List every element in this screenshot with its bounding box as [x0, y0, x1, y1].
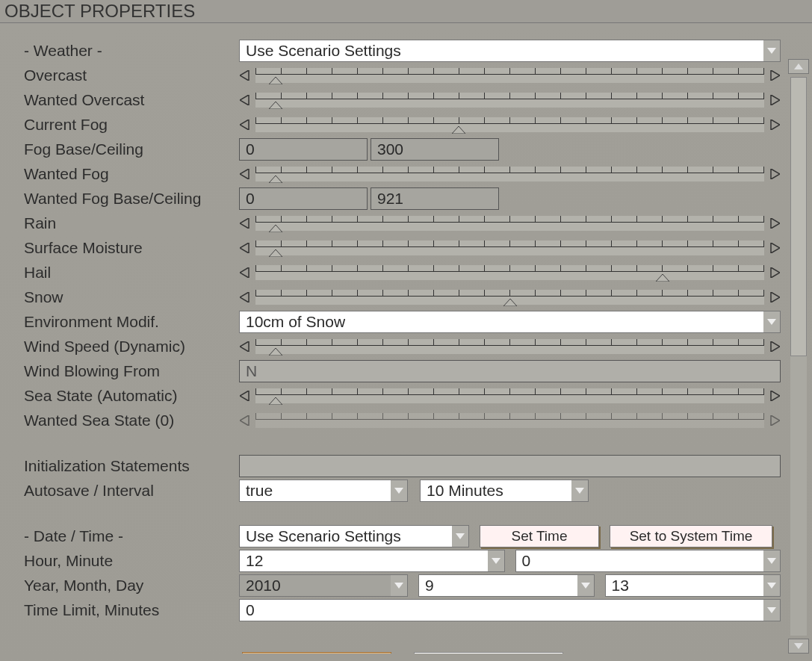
slider-track[interactable] — [255, 290, 764, 305]
wanted-fog-slider[interactable] — [239, 163, 781, 185]
partial-button-1[interactable] — [242, 652, 391, 654]
slider-nudge-left-icon[interactable] — [239, 241, 251, 255]
slider-nudge-right-icon[interactable] — [769, 414, 781, 427]
slider-thumb[interactable] — [452, 126, 465, 134]
slider-nudge-left-icon[interactable] — [239, 389, 251, 403]
svg-marker-3 — [771, 70, 780, 81]
slider-track[interactable] — [255, 240, 764, 255]
wind-from-label: Wind Blowing From — [24, 362, 239, 380]
wind-speed-slider[interactable] — [239, 335, 781, 358]
vertical-scrollbar[interactable] — [787, 59, 811, 654]
weather-header: - Weather - — [24, 42, 239, 60]
scroll-up-button[interactable] — [788, 59, 809, 74]
fog-base-input[interactable]: 0 — [239, 138, 368, 161]
wanted-fog-ceiling-input[interactable]: 921 — [371, 187, 499, 210]
scroll-area: - Weather - Use Scenario Settings Overca… — [24, 38, 781, 654]
slider-nudge-right-icon[interactable] — [769, 389, 781, 403]
slider-thumb[interactable] — [269, 249, 282, 257]
datetime-preset-dropdown[interactable]: Use Scenario Settings — [239, 525, 469, 547]
svg-marker-12 — [771, 169, 780, 179]
minute-dropdown[interactable]: 0 — [515, 550, 781, 572]
slider-thumb[interactable] — [656, 274, 669, 282]
overcast-slider[interactable] — [239, 64, 781, 87]
init-statements-input[interactable] — [239, 455, 781, 477]
slider-nudge-right-icon[interactable] — [769, 241, 781, 255]
chevron-down-icon — [391, 575, 407, 596]
slider-nudge-right-icon[interactable] — [769, 340, 781, 353]
slider-thumb[interactable] — [269, 348, 282, 356]
set-system-time-button[interactable]: Set to System Time — [610, 525, 772, 547]
slider-nudge-right-icon[interactable] — [769, 291, 781, 304]
slider-nudge-left-icon[interactable] — [239, 340, 251, 353]
slider-track[interactable] — [255, 339, 764, 354]
day-dropdown[interactable]: 13 — [605, 574, 781, 597]
slider-track[interactable] — [255, 167, 764, 181]
year-dropdown[interactable]: 2010 — [239, 574, 408, 597]
svg-marker-7 — [240, 120, 249, 130]
svg-marker-24 — [771, 292, 780, 302]
time-limit-value: 0 — [246, 601, 255, 619]
env-modif-dropdown[interactable]: 10cm of Snow — [239, 311, 781, 333]
slider-nudge-left-icon[interactable] — [239, 93, 251, 107]
fog-ceiling-input[interactable]: 300 — [371, 138, 499, 161]
hour-dropdown[interactable]: 12 — [239, 550, 505, 572]
ymd-label: Year, Month, Day — [24, 577, 239, 595]
slider-nudge-left-icon[interactable] — [239, 217, 251, 230]
slider-nudge-right-icon[interactable] — [769, 93, 781, 107]
hail-slider[interactable] — [239, 261, 781, 284]
svg-marker-0 — [767, 48, 776, 54]
slider-thumb[interactable] — [269, 176, 282, 183]
env-modif-value: 10cm of Snow — [246, 313, 345, 331]
wanted-fog-base-input[interactable]: 0 — [239, 187, 368, 210]
chevron-down-icon — [488, 550, 504, 571]
slider-track[interactable] — [255, 68, 764, 83]
slider-thumb[interactable] — [269, 225, 282, 232]
slider-thumb[interactable] — [269, 102, 282, 109]
autosave-dropdown[interactable]: true — [239, 480, 408, 502]
sea-state-slider[interactable] — [239, 385, 781, 407]
surface-moisture-slider[interactable] — [239, 237, 781, 259]
slider-nudge-left-icon[interactable] — [239, 118, 251, 131]
slider-thumb[interactable] — [269, 397, 282, 405]
interval-dropdown[interactable]: 10 Minutes — [420, 480, 589, 502]
slider-track[interactable] — [255, 265, 764, 280]
slider-track[interactable] — [255, 216, 764, 231]
slider-track[interactable] — [255, 413, 764, 428]
slider-thumb[interactable] — [503, 299, 517, 306]
slider-nudge-right-icon[interactable] — [769, 118, 781, 131]
slider-nudge-right-icon[interactable] — [769, 217, 781, 230]
rain-slider[interactable] — [239, 212, 781, 235]
slider-nudge-left-icon[interactable] — [239, 266, 251, 279]
wind-from-input[interactable]: N — [239, 360, 781, 382]
month-dropdown[interactable]: 9 — [418, 574, 595, 597]
svg-marker-28 — [771, 341, 780, 352]
slider-nudge-right-icon[interactable] — [769, 69, 781, 82]
partial-button-2[interactable] — [414, 652, 563, 654]
chevron-down-icon — [571, 480, 588, 501]
wanted-fog-base-ceiling-label: Wanted Fog Base/Ceiling — [24, 190, 239, 208]
slider-thumb[interactable] — [269, 77, 282, 84]
current-fog-slider[interactable] — [239, 114, 781, 136]
time-limit-dropdown[interactable]: 0 — [239, 599, 781, 621]
slider-nudge-left-icon[interactable] — [239, 167, 251, 181]
svg-marker-19 — [240, 267, 249, 278]
svg-marker-14 — [269, 225, 282, 232]
snow-slider[interactable] — [239, 286, 781, 308]
wanted-overcast-slider[interactable] — [239, 89, 781, 111]
scrollbar-thumb[interactable] — [790, 77, 807, 356]
slider-nudge-left-icon[interactable] — [239, 69, 251, 82]
slider-nudge-left-icon[interactable] — [239, 291, 251, 304]
autosave-interval-label: Autosave / Interval — [24, 482, 239, 500]
slider-track[interactable] — [255, 388, 764, 403]
slider-track[interactable] — [255, 117, 764, 132]
slider-track[interactable] — [255, 93, 764, 108]
svg-marker-29 — [240, 391, 249, 401]
slider-nudge-right-icon[interactable] — [769, 266, 781, 279]
weather-preset-dropdown[interactable]: Use Scenario Settings — [239, 40, 781, 62]
set-time-button[interactable]: Set Time — [480, 525, 599, 547]
scrollbar-track[interactable] — [790, 77, 807, 636]
scroll-down-button[interactable] — [788, 639, 809, 654]
slider-nudge-left-icon[interactable] — [239, 414, 251, 427]
hour-value: 12 — [246, 552, 263, 570]
slider-nudge-right-icon[interactable] — [769, 167, 781, 181]
